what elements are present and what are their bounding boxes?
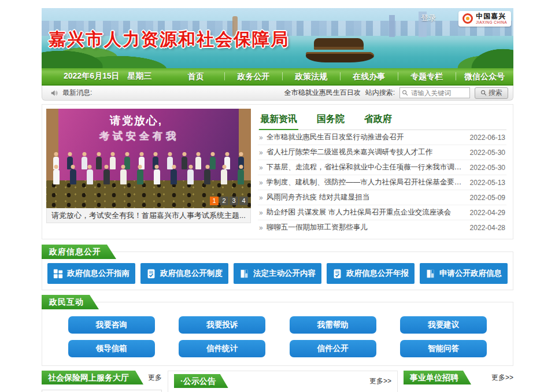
info-legal-content-button[interactable]: 法定主动公开内容 <box>234 263 321 284</box>
photo-overlay-text2: 考试安全有我 <box>99 130 179 143</box>
photo-crowd <box>53 144 245 184</box>
complain-button[interactable]: 我要投诉 <box>179 316 265 334</box>
notice-list: »关于设立嘉善技工学校的公示2022-05-18 »关于公布嘉兴市人力资源和社会… <box>174 388 391 392</box>
social-security-more-link[interactable]: 更多 <box>143 373 162 383</box>
nav-item-gov-affairs[interactable]: 政务公开 <box>224 68 282 84</box>
info-annual-report-button[interactable]: 政府信息公开年报 <box>327 263 415 284</box>
search-field-wrap <box>399 87 470 98</box>
double-arrow-icon: » <box>259 149 263 156</box>
help-button[interactable]: 我需帮助 <box>290 316 376 334</box>
public-notices-panel: ·公示公告 更多>> »关于设立嘉善技工学校的公示2022-05-18 »关于公… <box>168 371 398 392</box>
tab-provincial-gov[interactable]: 省政府 <box>363 111 393 130</box>
site-search-label: 站内搜索: <box>365 88 395 98</box>
ticker-label: 最新消息: <box>62 88 92 98</box>
main-nav: 2022年6月15日 星期三 首页 政务公开 政策法规 在线办事 专题专栏 微信… <box>42 68 513 86</box>
jiaxing-logo: 中国嘉兴 JIAXING CHINA <box>458 11 511 27</box>
banner: 嘉兴市人力资源和社会保障局 登录 中国嘉兴 JIAXING CHINA <box>42 8 513 68</box>
smart-qa-button[interactable]: 智能问答 <box>400 340 487 357</box>
section-ribbon: 政府信息公开 <box>42 245 116 259</box>
news-row[interactable]: »省人社厅陈荣华二级巡视员来嘉兴调研专技人才工作2022-05-30 <box>258 145 506 160</box>
info-guide-button[interactable]: 政府信息公开指南 <box>47 263 135 284</box>
pager-2[interactable]: 2 <box>220 197 228 205</box>
boat-illustration <box>306 38 374 62</box>
news-row[interactable]: »下基层、走流程，省社保和就业中心主任项薇一行来我市调研“国统”上线情况2022… <box>258 160 506 175</box>
news-row[interactable]: »风雨同舟齐抗疫 结对共建显担当2022-05-09 <box>258 190 506 205</box>
search-icon <box>480 90 487 96</box>
notices-more-link[interactable]: 更多>> <box>365 376 391 386</box>
nav-date: 2022年6月15日 星期三 <box>42 68 167 84</box>
pager-3[interactable]: 3 <box>230 197 238 205</box>
nav-item-online-services[interactable]: 在线办事 <box>340 68 398 84</box>
double-arrow-icon: » <box>259 134 263 141</box>
doc-check-icon <box>146 269 156 279</box>
search-button[interactable]: 搜索 <box>475 87 508 99</box>
logo-subtitle: JIAXING CHINA <box>476 21 507 25</box>
search-button-label: 搜索 <box>489 88 502 98</box>
news-row[interactable]: »学制度、建机制、强防控——市人力社保局召开社保基金要情专题学习会2022-05… <box>258 175 506 190</box>
slideshow-caption[interactable]: 请党放心，考试安全有我！首届嘉兴市人事考试系统主题... <box>46 208 251 223</box>
suggest-button[interactable]: 我要建议 <box>400 316 487 334</box>
login-link[interactable]: 登录 <box>421 13 436 23</box>
search-input[interactable] <box>399 87 470 98</box>
social-security-header: 社会保险网上服务大厅 <box>42 371 143 384</box>
double-arrow-icon: » <box>259 224 263 231</box>
search-icon <box>402 90 408 96</box>
news-row[interactable]: »全市稳就业惠民生百日攻坚行动推进会召开2022-06-13 <box>258 130 506 145</box>
speaker-icon <box>50 89 58 97</box>
banner-trees <box>444 28 513 68</box>
slideshow-photo[interactable]: 请党放心, 考试安全有我 <box>46 109 251 208</box>
gov-info-disclosure-section: 政府信息公开 政府信息公开指南 政府信息公开制度 <box>42 252 513 290</box>
bottom-row: 社会保险网上服务大厅 更多 个人(单位)社保证明打印 办事指南 ·公示公告 更多… <box>42 371 513 392</box>
service-item-cert-print[interactable]: 个人(单位)社保证明打印 <box>42 390 162 392</box>
slideshow-pager: 1 2 3 4 <box>210 197 248 205</box>
letter-disclosure-button[interactable]: 信件公开 <box>290 340 376 357</box>
recruitment-list: 嘉兴市妇幼保健院2022年公开... 2022年嘉兴市属事业单位公开... 20… <box>404 389 513 392</box>
recruitment-panel: 事业单位招聘 更多>> 嘉兴市妇幼保健院2022年公开... 2022年嘉兴市属… <box>404 371 513 392</box>
main-content: 请党放心, 考试安全有我 <box>42 104 513 239</box>
logo-title: 中国嘉兴 <box>476 13 507 20</box>
leader-mailbox-button[interactable]: 领导信箱 <box>68 340 155 357</box>
double-arrow-icon: » <box>259 209 263 216</box>
tab-state-council[interactable]: 国务院 <box>316 111 346 130</box>
tab-latest-news[interactable]: 最新资讯 <box>259 111 298 130</box>
nav-items: 首页 政务公开 政策法规 在线办事 专题专栏 微信公众号 <box>167 68 513 84</box>
recruitment-header: 事业单位招聘 <box>404 371 471 384</box>
public-interaction-section: 政民互动 我要咨询 我要投诉 我需帮助 我要建议 领导信箱 信件统计 信件公开 … <box>42 302 513 366</box>
jiaxing-logo-icon <box>462 13 473 24</box>
nav-item-special-topics[interactable]: 专题专栏 <box>398 68 456 84</box>
page: 嘉兴市人力资源和社会保障局 登录 中国嘉兴 JIAXING CHINA 2022… <box>42 0 513 392</box>
nav-item-policies[interactable]: 政策法规 <box>282 68 340 84</box>
doc-check-icon <box>332 269 342 279</box>
section-ribbon: 政民互动 <box>42 295 99 309</box>
info-system-button[interactable]: 政府信息公开制度 <box>140 263 228 284</box>
pager-1[interactable]: 1 <box>210 197 219 205</box>
double-arrow-icon: » <box>259 194 263 201</box>
grid-icon <box>53 269 63 279</box>
photo-slideshow: 请党放心, 考试安全有我 <box>46 109 251 235</box>
notices-header: ·公示公告 <box>174 374 228 388</box>
ticker-scrolling-headline[interactable]: 全市稳就业惠民生百日攻 <box>284 88 361 98</box>
news-row[interactable]: »聊聊五一假期加班工资那些事儿2022-04-28 <box>258 220 506 235</box>
site-title: 嘉兴市人力资源和社会保障局 <box>49 28 289 51</box>
social-security-panel: 社会保险网上服务大厅 更多 个人(单位)社保证明打印 办事指南 <box>42 371 162 392</box>
pager-4[interactable]: 4 <box>239 197 248 205</box>
info-apply-button[interactable]: 申请公开政府信息 <box>420 263 508 284</box>
book-icon <box>239 269 249 279</box>
double-arrow-icon: » <box>259 179 263 186</box>
news-tabs: 最新资讯 国务院 省政府 <box>258 110 506 130</box>
weekday-text: 星期三 <box>128 71 152 82</box>
news-panel: 最新资讯 国务院 省政府 »全市稳就业惠民生百日攻坚行动推进会召开2022-06… <box>257 109 509 235</box>
photo-overlay-text: 请党放心, <box>110 113 162 128</box>
nav-item-home[interactable]: 首页 <box>167 68 225 84</box>
nav-item-wechat[interactable]: 微信公众号 <box>456 68 513 84</box>
date-text: 2022年6月15日 <box>64 71 120 82</box>
letter-stats-button[interactable]: 信件统计 <box>179 340 265 357</box>
banner-tower <box>389 15 395 37</box>
recruitment-item[interactable]: 嘉兴市妇幼保健院2022年公开... <box>404 389 513 392</box>
recruitment-more-link[interactable]: 更多>> <box>487 373 513 383</box>
news-row[interactable]: »助企纾困 共谋发展 市人力社保局召开重点企业交流座谈会2022-04-29 <box>258 205 506 220</box>
notice-row[interactable]: »关于设立嘉善技工学校的公示2022-05-18 <box>174 388 391 392</box>
consult-button[interactable]: 我要咨询 <box>68 316 155 334</box>
book-icon <box>426 269 435 279</box>
double-arrow-icon: » <box>259 164 263 171</box>
